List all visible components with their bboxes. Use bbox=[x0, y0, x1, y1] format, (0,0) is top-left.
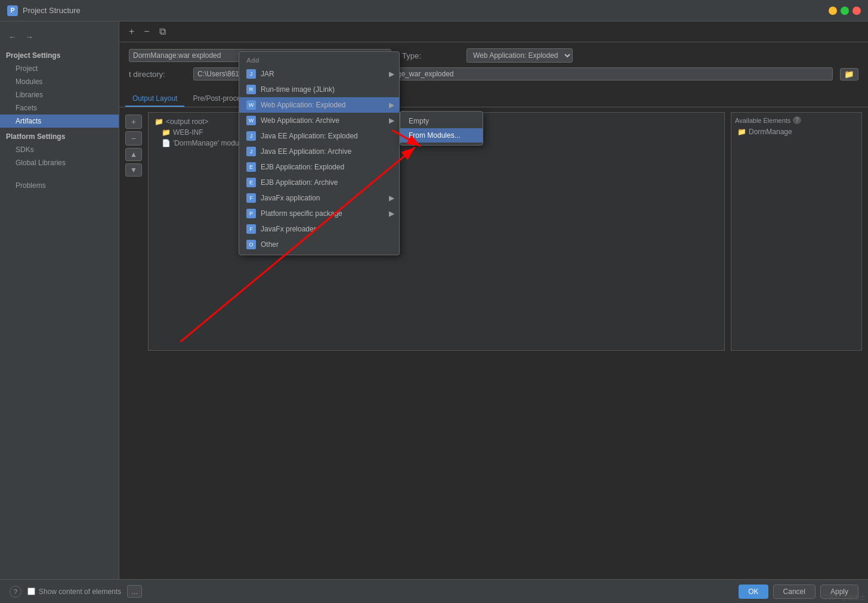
output-dir-label: t directory: bbox=[129, 70, 189, 79]
dropdown-menu: Add J JAR ▶ R Run-time image (JLink) W W… bbox=[239, 51, 400, 255]
cancel-button[interactable]: Cancel bbox=[773, 585, 816, 599]
close-button[interactable] bbox=[852, 7, 861, 15]
javafx-icon: F bbox=[246, 193, 256, 203]
ejb-exploded-icon: E bbox=[246, 162, 256, 172]
ok-button[interactable]: OK bbox=[739, 585, 768, 599]
menu-item-jar[interactable]: J JAR ▶ bbox=[239, 66, 399, 82]
available-panel: Available Elements ? 📁 DormManage bbox=[731, 112, 862, 351]
arrow-icon-jar: ▶ bbox=[389, 70, 394, 78]
arrow-icon-platform: ▶ bbox=[389, 209, 394, 218]
runtime-icon: R bbox=[246, 85, 256, 94]
sub-menu-from-modules[interactable]: From Modules... bbox=[400, 128, 483, 143]
sidebar-item-artifacts[interactable]: Artifacts bbox=[0, 115, 119, 128]
nav-arrows: ← → bbox=[0, 27, 119, 47]
add-artifact-button[interactable]: + bbox=[125, 25, 138, 38]
available-header: Available Elements ? bbox=[735, 116, 858, 124]
tabs-row: Output Layout Pre/Post-processing Valida… bbox=[119, 91, 868, 107]
preloader-icon: F bbox=[246, 224, 256, 234]
type-label: Type: bbox=[402, 51, 462, 60]
folder-icon-webinf: 📁 bbox=[162, 128, 171, 137]
back-button[interactable]: ← bbox=[6, 31, 19, 43]
forward-button[interactable]: → bbox=[23, 31, 36, 43]
menu-item-runtime[interactable]: R Run-time image (JLink) bbox=[239, 82, 399, 97]
platform-icon: P bbox=[246, 209, 256, 218]
help-button[interactable]: ? bbox=[10, 586, 21, 598]
show-content-row: Show content of elements bbox=[27, 587, 121, 596]
javaee-exploded-icon: J bbox=[246, 131, 256, 141]
window-title: Project Structure bbox=[23, 6, 81, 15]
tree-remove-btn[interactable]: − bbox=[125, 131, 142, 146]
menu-item-ejb-archive[interactable]: E EJB Application: Archive bbox=[239, 175, 399, 190]
detail-panel: Type: Web Application: Exploded t direct… bbox=[119, 42, 868, 91]
menu-item-javaee-exploded[interactable]: J Java EE Application: Exploded bbox=[239, 128, 399, 144]
output-tree: 📁 <output root> 📁 WEB-INF 📄 'DormManage'… bbox=[148, 112, 725, 351]
output-panel: + − ▲ ▼ 📁 <output root> 📁 WEB-INF 📄 'Dor… bbox=[119, 107, 868, 355]
menu-item-other[interactable]: O Other bbox=[239, 237, 399, 252]
menu-item-platform[interactable]: P Platform specific package ▶ bbox=[239, 206, 399, 221]
artifact-toolbar: + − ⧉ bbox=[119, 21, 868, 42]
main-container: ← → Project Settings Project Modules Lib… bbox=[0, 21, 868, 579]
minimize-button[interactable] bbox=[829, 7, 837, 15]
jar-icon: J bbox=[246, 69, 256, 79]
show-content-checkbox[interactable] bbox=[27, 587, 35, 595]
tab-output-layout[interactable]: Output Layout bbox=[125, 91, 184, 107]
type-select[interactable]: Web Application: Exploded bbox=[467, 48, 573, 63]
arrow-icon-webapp-archive: ▶ bbox=[389, 116, 394, 125]
platform-settings-header: Platform Settings bbox=[0, 128, 119, 143]
dropdown-header: Add bbox=[239, 54, 399, 66]
available-item-dorm[interactable]: 📁 DormManage bbox=[735, 126, 858, 137]
maximize-button[interactable] bbox=[841, 7, 849, 15]
copy-artifact-button[interactable]: ⧉ bbox=[156, 25, 169, 38]
title-bar-left: P Project Structure bbox=[7, 5, 81, 16]
menu-item-ejb-exploded[interactable]: E EJB Application: Exploded bbox=[239, 159, 399, 175]
sidebar-item-global-libraries[interactable]: Global Libraries bbox=[0, 156, 119, 169]
bottom-left: ? Show content of elements ... bbox=[10, 585, 142, 598]
browse-button[interactable]: 📁 bbox=[840, 68, 858, 81]
sidebar-item-facets[interactable]: Facets bbox=[0, 101, 119, 115]
tree-up-btn[interactable]: ▲ bbox=[125, 148, 142, 161]
arrow-icon-webapp-exploded: ▶ bbox=[389, 101, 394, 109]
menu-item-javafx-preloader[interactable]: F JavaFx preloader bbox=[239, 221, 399, 237]
menu-item-webapp-archive[interactable]: W Web Application: Archive ▶ bbox=[239, 113, 399, 128]
arrow-icon-javafx: ▶ bbox=[389, 194, 394, 202]
ejb-archive-icon: E bbox=[246, 178, 256, 187]
menu-item-webapp-exploded[interactable]: W Web Application: Exploded ▶ bbox=[239, 97, 399, 113]
javaee-archive-icon: J bbox=[246, 147, 256, 156]
folder-icon: 📁 bbox=[155, 117, 163, 126]
app-icon: P bbox=[7, 5, 18, 16]
three-dots-button[interactable]: ... bbox=[127, 585, 142, 598]
module-icon: 📄 bbox=[162, 139, 171, 147]
other-icon: O bbox=[246, 240, 256, 249]
content-area: + − ⧉ Type: Web Application: Exploded t … bbox=[119, 21, 868, 579]
menu-item-javafx[interactable]: F JavaFx application ▶ bbox=[239, 190, 399, 206]
sidebar: ← → Project Settings Project Modules Lib… bbox=[0, 21, 119, 579]
remove-artifact-button[interactable]: − bbox=[140, 25, 153, 38]
title-bar-controls bbox=[829, 7, 861, 15]
webapp-exploded-icon: W bbox=[246, 100, 256, 110]
menu-item-javaee-archive[interactable]: J Java EE Application: Archive bbox=[239, 144, 399, 159]
sidebar-item-libraries[interactable]: Libraries bbox=[0, 88, 119, 101]
tree-controls: + − ▲ ▼ bbox=[125, 112, 142, 351]
project-settings-header: Project Settings bbox=[0, 47, 119, 62]
title-bar: P Project Structure bbox=[0, 0, 868, 21]
sidebar-item-problems[interactable]: Problems bbox=[0, 179, 119, 192]
sidebar-item-sdks[interactable]: SDKs bbox=[0, 143, 119, 156]
sidebar-item-modules[interactable]: Modules bbox=[0, 75, 119, 88]
bottom-bar: ? Show content of elements ... OK Cancel… bbox=[0, 579, 868, 603]
sub-dropdown: Empty From Modules... bbox=[400, 111, 483, 146]
sub-menu-empty[interactable]: Empty bbox=[400, 114, 483, 128]
sidebar-item-project[interactable]: Project bbox=[0, 62, 119, 75]
tree-add-btn[interactable]: + bbox=[125, 115, 142, 129]
webapp-archive-icon: W bbox=[246, 116, 256, 125]
help-icon-available: ? bbox=[793, 116, 801, 124]
folder-icon-dorm: 📁 bbox=[737, 128, 746, 136]
watermark: CSDN @龙骑士 bbox=[823, 593, 866, 602]
tree-down-btn[interactable]: ▼ bbox=[125, 163, 142, 177]
